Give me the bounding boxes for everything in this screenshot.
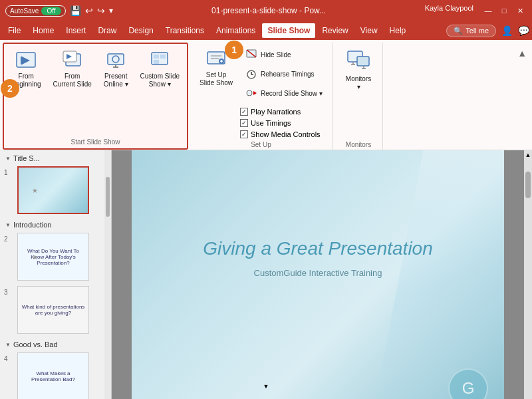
slide-thumb-1-bg: [19, 168, 88, 213]
rehearse-timings-button[interactable]: Rehearse Timings: [240, 65, 327, 83]
slide-panel: ▼ Title S... 1 ★ ▼ Introduction 2 What D…: [0, 150, 112, 399]
monitors-button[interactable]: Monitors▾: [340, 45, 377, 94]
title-bar: AutoSave Off 💾 ↩ ↪ ▾ 01-present-a-slide-…: [0, 0, 532, 21]
section-goodvsbad-label: Good vs. Bad: [13, 340, 58, 348]
svg-rect-11: [154, 55, 159, 59]
slide-item-4[interactable]: 4 What Makes a Presentation Bad?: [0, 350, 111, 399]
slide-item-3[interactable]: 3 What kind of presentations are you giv…: [0, 283, 111, 336]
section-introduction-label: Introduction: [13, 221, 51, 229]
from-beginning-button[interactable]: FromBeginning 2: [7, 47, 45, 92]
callout-1: 1: [225, 41, 243, 59]
custom-slide-show-button[interactable]: Custom SlideShow ▾: [136, 47, 184, 92]
share-button[interactable]: 👤: [501, 25, 513, 36]
slide-title: Giving a Great Presentation: [158, 238, 477, 259]
menu-help[interactable]: Help: [384, 23, 412, 38]
start-slideshow-group-label: Start Slide Show: [71, 137, 120, 146]
svg-marker-26: [253, 91, 257, 95]
menu-insert[interactable]: Insert: [61, 23, 91, 38]
hide-slide-button[interactable]: Hide Slide: [240, 45, 327, 64]
from-beginning-icon: [15, 50, 37, 71]
ribbon-group-start-slideshow: FromBeginning 2 FromCurrent Slide: [3, 43, 188, 150]
menu-animations[interactable]: Animations: [211, 23, 261, 38]
undo-button[interactable]: ↩: [85, 5, 93, 16]
menu-home[interactable]: Home: [27, 23, 59, 38]
callout-2: 2: [1, 79, 19, 98]
record-slideshow-label: Record Slide Show ▾: [261, 90, 323, 97]
slide-num-3: 3: [4, 286, 17, 296]
slide-canvas-area[interactable]: Giving a Great Presentation CustomGuide …: [112, 150, 524, 399]
scroll-up-button[interactable]: ▲: [524, 150, 532, 158]
section-introduction[interactable]: ▼ Introduction: [0, 217, 111, 230]
menu-file[interactable]: File: [3, 23, 26, 38]
play-narrations-checkbox[interactable]: ✓: [240, 108, 248, 116]
use-timings-item[interactable]: ✓ Use Timings: [240, 118, 327, 128]
ribbon-content: FromBeginning 2 FromCurrent Slide: [0, 40, 532, 150]
slide-num-2: 2: [4, 233, 17, 243]
custom-slide-show-icon: [149, 50, 170, 71]
ribbon-collapse-button[interactable]: ▲: [515, 45, 529, 61]
document-title: 01-present-a-slide-show - Pow...: [113, 6, 425, 15]
autosave-toggle[interactable]: Off: [41, 7, 61, 15]
slide-thumb-4: What Makes a Presentation Bad?: [17, 352, 89, 399]
slide-main: Giving a Great Presentation CustomGuide …: [112, 150, 532, 399]
scroll-thumb[interactable]: [525, 172, 531, 198]
menu-view[interactable]: View: [355, 23, 383, 38]
menu-design[interactable]: Design: [123, 23, 158, 38]
main-area: ▼ Title S... 1 ★ ▼ Introduction 2 What D…: [0, 150, 532, 399]
comments-button[interactable]: 💬: [518, 25, 529, 36]
slide-star-2: ★: [32, 253, 38, 261]
scroll-down-button[interactable]: ▼: [112, 383, 532, 390]
title-bar-right: Kayla Claypool — □ ✕: [425, 4, 527, 17]
save-button[interactable]: 💾: [70, 5, 81, 16]
slide-item-2[interactable]: 2 What Do You Want To Know After Today's…: [0, 230, 111, 283]
hide-slide-icon: [245, 48, 258, 61]
setup-slideshow-button[interactable]: Set UpSlide Show 1: [195, 45, 237, 90]
menu-transitions[interactable]: Transitions: [160, 23, 209, 38]
close-button[interactable]: ✕: [513, 4, 527, 17]
section-chevron-intro: ▼: [5, 222, 11, 228]
monitors-icon: [346, 49, 370, 74]
menu-slideshow[interactable]: Slide Show: [262, 23, 315, 38]
from-current-slide-button[interactable]: FromCurrent Slide: [48, 47, 96, 92]
setup-slideshow-label: Set UpSlide Show: [200, 71, 233, 87]
present-online-button[interactable]: PresentOnline ▾: [99, 47, 133, 92]
from-current-slide-label: FromCurrent Slide: [53, 72, 91, 88]
user-name: Kayla Claypool: [425, 4, 473, 17]
setup-items: Set UpSlide Show 1 Hide Slide: [195, 45, 327, 140]
slide-panel-scrollbar[interactable]: [104, 150, 111, 399]
menu-draw[interactable]: Draw: [92, 23, 122, 38]
section-chevron-title: ▼: [5, 156, 11, 162]
slide-thumb-2: What Do You Want To Know After Today's P…: [17, 233, 89, 281]
search-input[interactable]: 🔍 Tell me: [446, 25, 496, 37]
slide-thumb-3-bg: What kind of presentations are you givin…: [18, 287, 88, 333]
play-narrations-label: Play Narrations: [251, 108, 301, 116]
monitors-label: Monitors▾: [346, 75, 371, 91]
slide-scroll-area: Giving a Great Presentation CustomGuide …: [112, 150, 532, 399]
play-narrations-item[interactable]: ✓ Play Narrations: [240, 106, 327, 117]
from-current-slide-icon: [62, 50, 83, 71]
autosave-badge: AutoSave Off: [5, 5, 66, 17]
maximize-button[interactable]: □: [497, 4, 511, 17]
present-online-icon: [105, 50, 126, 71]
show-media-controls-checkbox[interactable]: ✓: [240, 130, 248, 138]
setup-group-label: Set Up: [251, 140, 271, 148]
record-slide-show-button[interactable]: Record Slide Show ▾: [240, 84, 327, 102]
svg-point-25: [247, 90, 252, 96]
slide-panel-scroll-thumb: [106, 177, 110, 217]
show-media-controls-label: Show Media Controls: [251, 130, 321, 138]
record-slideshow-icon: [245, 86, 258, 100]
slide-item-1[interactable]: 1 ★: [0, 164, 111, 217]
setup-col: Hide Slide Rehearse Timings: [240, 45, 327, 140]
redo-button[interactable]: ↪: [97, 5, 105, 16]
autosave-label: AutoSave: [10, 7, 39, 15]
menu-review[interactable]: Review: [317, 23, 353, 38]
section-goodvsbad[interactable]: ▼ Good vs. Bad: [0, 336, 111, 350]
use-timings-checkbox[interactable]: ✓: [240, 119, 248, 127]
minimize-button[interactable]: —: [481, 4, 495, 17]
title-bar-left: AutoSave Off 💾 ↩ ↪ ▾: [5, 5, 113, 17]
vertical-scrollbar[interactable]: ▲ ▼: [524, 150, 532, 399]
section-title[interactable]: ▼ Title S...: [0, 150, 111, 164]
custom-slide-show-label: Custom SlideShow ▾: [140, 72, 180, 88]
slide-thumb-4-bg: What Makes a Presentation Bad?: [18, 353, 88, 399]
show-media-controls-item[interactable]: ✓ Show Media Controls: [240, 129, 327, 140]
